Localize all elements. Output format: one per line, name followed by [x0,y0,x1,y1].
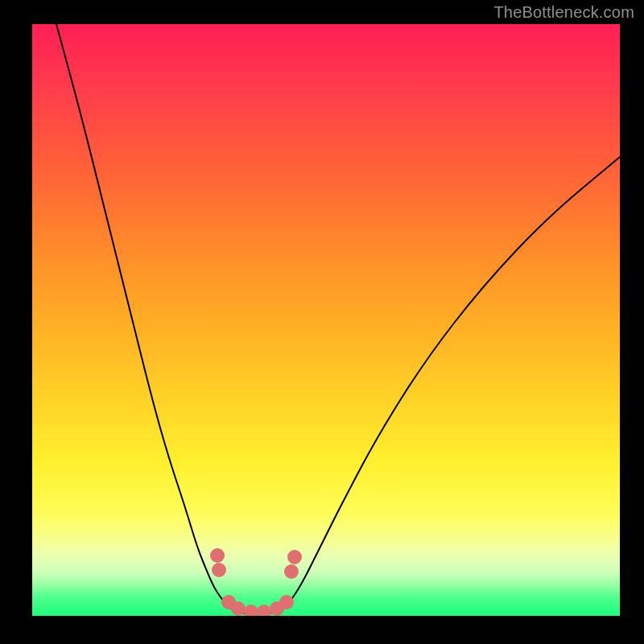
curve-marker [287,550,302,564]
curve-right-arm [282,157,620,610]
curve-marker [231,601,246,616]
chart-curve-layer [32,24,620,616]
watermark-text: TheBottleneck.com [493,3,634,22]
chart-plot-area [32,24,620,616]
curve-markers [210,548,302,616]
curve-left-arm [56,24,233,610]
curve-marker [257,605,271,616]
curve-marker [210,548,225,563]
curve-marker [279,595,294,609]
curve-marker [284,564,299,579]
curve-marker [212,563,226,577]
curve-marker [244,605,258,616]
chart-frame: TheBottleneck.com [0,0,644,644]
